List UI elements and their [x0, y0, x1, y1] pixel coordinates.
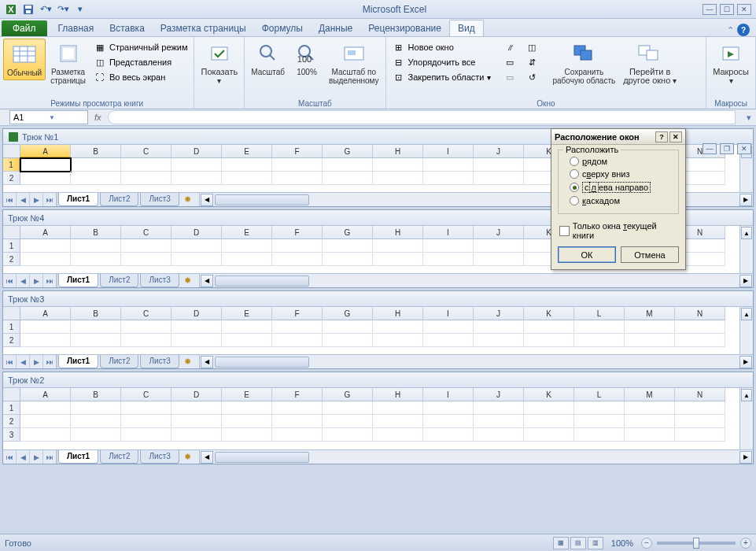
column-header-I[interactable]: I	[423, 307, 474, 320]
column-header-A[interactable]: A	[20, 226, 71, 239]
cell-F1[interactable]	[272, 320, 323, 334]
column-header-A[interactable]: A	[20, 388, 71, 401]
view-page-layout-button[interactable]: Разметка страницы	[47, 39, 89, 87]
hscroll-thumb[interactable]	[215, 194, 309, 205]
cell-J1[interactable]	[474, 401, 524, 415]
horizontal-scrollbar[interactable]: ◀▶	[199, 450, 753, 464]
sheet-nav-1[interactable]: ◀	[17, 274, 30, 287]
cell-M1[interactable]	[625, 320, 675, 334]
column-header-J[interactable]: J	[474, 226, 524, 239]
column-header-G[interactable]: G	[323, 226, 373, 239]
zoom-in-button[interactable]: +	[740, 538, 751, 549]
sheet-tab-3[interactable]: Лист3	[140, 355, 179, 368]
normal-view-status-button[interactable]: ▦	[553, 537, 569, 549]
vertical-scrollbar[interactable]: ▲	[739, 226, 753, 273]
column-header-J[interactable]: J	[474, 388, 524, 401]
cell-M2[interactable]	[625, 334, 675, 347]
cell-C3[interactable]	[121, 428, 171, 442]
scroll-left-button[interactable]: ◀	[201, 275, 213, 287]
tab-insert[interactable]: Вставка	[101, 20, 153, 36]
workbook-restore-button[interactable]: ❐	[720, 143, 734, 154]
cell-E1[interactable]	[222, 401, 272, 415]
row-header-2[interactable]: 2	[3, 334, 20, 347]
sheet-nav-0[interactable]: ⏮	[3, 193, 17, 206]
horizontal-scrollbar[interactable]: ◀▶	[199, 355, 753, 368]
sheet-nav-2[interactable]: ▶	[30, 450, 43, 464]
arrange-all-button[interactable]: ⊟Упорядочить все	[389, 55, 495, 69]
column-header-L[interactable]: L	[574, 388, 625, 401]
cell-L1[interactable]	[574, 401, 625, 415]
column-header-F[interactable]: F	[272, 388, 323, 401]
row-header-1[interactable]: 1	[3, 239, 20, 253]
row-header-2[interactable]: 2	[3, 172, 20, 185]
cell-N1[interactable]	[675, 320, 725, 334]
cells[interactable]	[20, 320, 725, 347]
column-header-G[interactable]: G	[323, 307, 373, 320]
scroll-left-button[interactable]: ◀	[201, 194, 213, 206]
new-sheet-button[interactable]: ✸	[180, 193, 196, 206]
sheet-nav-0[interactable]: ⏮	[3, 355, 17, 368]
unhide-button[interactable]: ▭	[500, 70, 519, 84]
cell-D1[interactable]	[171, 320, 222, 334]
select-all-button[interactable]	[3, 307, 20, 320]
cell-G1[interactable]	[323, 158, 373, 172]
cell-G1[interactable]	[323, 320, 373, 334]
cell-D2[interactable]	[171, 172, 222, 185]
cell-E2[interactable]	[222, 334, 272, 347]
cell-L1[interactable]	[574, 320, 625, 334]
cell-I3[interactable]	[423, 428, 474, 442]
sheet-nav-1[interactable]: ◀	[17, 193, 30, 206]
cell-I2[interactable]	[423, 172, 474, 185]
radio-cascade[interactable]: каскадом	[565, 194, 672, 207]
dialog-close-button[interactable]: ✕	[669, 131, 682, 142]
column-header-F[interactable]: F	[272, 145, 323, 158]
ok-button[interactable]: ОК	[558, 246, 616, 263]
cell-C2[interactable]	[121, 172, 171, 185]
tab-page-layout[interactable]: Разметка страницы	[153, 20, 254, 36]
row-header-1[interactable]: 1	[3, 320, 20, 334]
column-header-C[interactable]: C	[121, 145, 171, 158]
vertical-scrollbar[interactable]: ▲	[739, 307, 753, 354]
hide-button[interactable]: ▭	[500, 55, 519, 69]
name-box-dropdown-icon[interactable]: ▼	[49, 114, 84, 121]
cell-I2[interactable]	[423, 334, 474, 347]
column-header-B[interactable]: B	[71, 307, 121, 320]
cell-J2[interactable]	[474, 334, 524, 347]
cell-H1[interactable]	[373, 401, 423, 415]
cell-J1[interactable]	[474, 239, 524, 253]
cell-K2[interactable]	[524, 415, 574, 428]
column-header-D[interactable]: D	[171, 307, 222, 320]
column-header-N[interactable]: N	[675, 388, 725, 401]
zoom-slider[interactable]	[657, 542, 736, 545]
page-break-status-button[interactable]: ▥	[588, 537, 603, 549]
cell-E2[interactable]	[222, 253, 272, 266]
column-header-K[interactable]: K	[524, 307, 574, 320]
cell-F1[interactable]	[272, 239, 323, 253]
workbook-minimize-button[interactable]: —	[703, 143, 717, 154]
cell-E2[interactable]	[222, 415, 272, 428]
close-button[interactable]: ✕	[737, 4, 751, 15]
cell-M2[interactable]	[625, 415, 675, 428]
sheet-tab-1[interactable]: Лист1	[58, 274, 98, 287]
cell-A1[interactable]	[20, 239, 71, 253]
hscroll-thumb[interactable]	[215, 357, 309, 368]
column-header-J[interactable]: J	[474, 307, 524, 320]
cell-H3[interactable]	[373, 428, 423, 442]
sheet-nav-3[interactable]: ⏭	[43, 355, 57, 368]
scroll-right-button[interactable]: ▶	[739, 356, 752, 368]
cell-L2[interactable]	[574, 415, 625, 428]
column-header-M[interactable]: M	[625, 388, 675, 401]
column-header-G[interactable]: G	[323, 388, 373, 401]
row-header-2[interactable]: 2	[3, 415, 20, 428]
column-header-E[interactable]: E	[222, 226, 272, 239]
column-header-H[interactable]: H	[373, 145, 423, 158]
cell-L3[interactable]	[574, 428, 625, 442]
workbook-close-button[interactable]: ✕	[737, 143, 751, 154]
cell-A1[interactable]	[20, 320, 71, 334]
sheet-nav-2[interactable]: ▶	[30, 193, 43, 206]
row-header-3[interactable]: 3	[3, 428, 20, 442]
sync-scrolling-button[interactable]: ⇵	[522, 55, 541, 69]
row-header-2[interactable]: 2	[3, 253, 20, 266]
view-normal-button[interactable]: Обычный	[3, 39, 46, 80]
cell-F2[interactable]	[272, 334, 323, 347]
